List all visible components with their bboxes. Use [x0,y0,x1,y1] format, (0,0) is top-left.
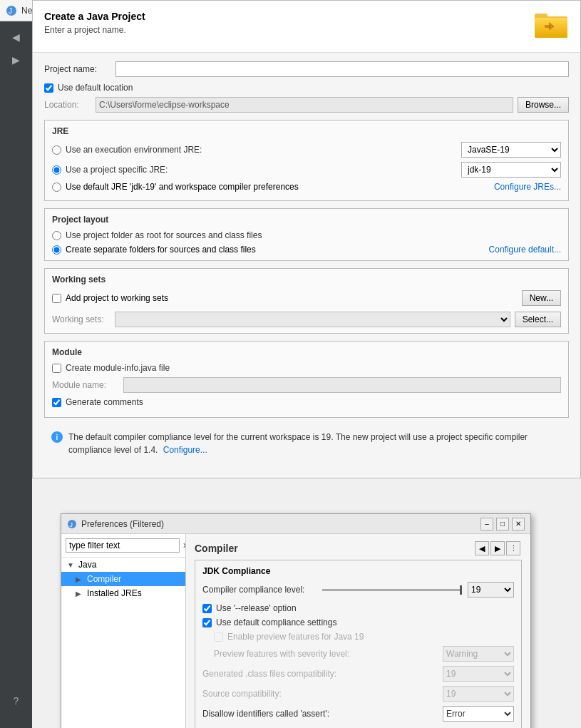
use-release-checkbox[interactable] [202,604,212,613]
sidebar-help-icon[interactable]: ? [6,691,26,711]
use-default-location-label: Use default location [58,83,133,93]
disallow-assert-label: Disallow identifiers called 'assert': [202,709,443,719]
use-default-compliance-label: Use default compliance settings [216,617,336,627]
configure-link[interactable]: Configure... [163,445,207,455]
tree-installed-jres-label: Installed JREs [87,588,142,598]
location-input[interactable] [96,97,513,113]
pref-maximize-button[interactable]: □ [496,518,509,530]
preferences-icon: J [67,519,77,529]
use-default-location-checkbox[interactable] [44,83,53,93]
add-to-working-sets-checkbox[interactable] [52,294,61,303]
tree-item-compiler[interactable]: ▶ Compiler [61,572,185,586]
enable-preview-checkbox[interactable] [214,632,223,642]
pref-more-button[interactable]: ⋮ [506,541,520,555]
use-default-location-row: Use default location [44,83,569,93]
jre-section: JRE Use an execution environment JRE: Ja… [44,120,569,201]
project-name-input[interactable] [115,61,569,77]
separate-folders-label: Create separate folders for sources and … [66,245,256,255]
use-default-compliance-checkbox[interactable] [202,618,212,627]
expand-java-icon: ▼ [67,561,76,569]
execution-env-select-wrapper: JavaSE-19 [461,142,561,158]
preferences-title-bar: J Preferences (Filtered) – □ ✕ [61,514,530,534]
generate-comments-label: Generate comments [66,397,143,407]
new-java-project-dialog: Create a Java Project Enter a project na… [32,0,581,478]
info-box: i The default compiler compliance level … [44,425,569,462]
enable-preview-label: Enable preview features for Java 19 [227,632,364,642]
module-name-input[interactable] [123,377,561,393]
enable-preview-row: Enable preview features for Java 19 [202,632,514,642]
disallow-assert-select[interactable]: Error [443,706,514,722]
default-jre-radio[interactable] [52,183,61,192]
browse-button[interactable]: Browse... [518,97,569,113]
source-compatibility-select[interactable]: 19 [443,686,514,702]
compliance-level-select[interactable]: 19 [468,582,514,598]
tree-item-installed-jres[interactable]: ▶ Installed JREs [61,586,185,600]
root-folder-radio[interactable] [52,231,61,240]
preferences-search-area: ✕ [61,534,185,558]
working-sets-section: Working sets Add project to working sets… [44,268,569,334]
select-working-set-button[interactable]: Select... [515,312,561,327]
dialog-folder-icon [535,11,569,45]
pref-close-button[interactable]: ✕ [512,518,525,530]
sidebar-back-icon[interactable]: ◀ [6,27,26,47]
pref-minimize-button[interactable]: – [480,518,493,530]
info-text: The default compiler compliance level fo… [68,431,562,456]
execution-env-radio[interactable] [52,145,61,155]
working-sets-title: Working sets [52,275,561,284]
module-section-title: Module [52,347,561,357]
project-name-row: Project name: [44,61,569,77]
add-to-working-sets-label: Add project to working sets [66,293,518,303]
module-section: Module Create module-info.java file Modu… [44,341,569,418]
working-sets-label: Working sets: [52,314,115,324]
preview-severity-select[interactable]: Warning [443,646,514,662]
forward-button[interactable]: ▶ [490,541,505,555]
svg-rect-7 [545,25,550,28]
module-name-row: Module name: [52,377,561,393]
project-specific-row: Use a project specific JRE: jdk-19 [52,162,561,178]
source-compatibility-row: Source compatibility: 19 [202,686,514,702]
jdk-compliance-title: JDK Compliance [202,566,514,576]
preview-severity-label: Preview features with severity level: [214,649,443,659]
project-specific-radio[interactable] [52,165,61,175]
execution-env-row: Use an execution environment JRE: JavaSE… [52,142,561,158]
use-default-compliance-row: Use default compliance settings [202,617,514,627]
jre-section-title: JRE [52,126,561,136]
module-name-label: Module name: [52,380,123,390]
separate-folders-radio[interactable] [52,245,61,255]
left-sidebar: ◀ ▶ ? [0,21,32,728]
compiler-section-title: Compiler [195,543,475,554]
execution-env-select[interactable]: JavaSE-19 [461,142,561,158]
working-sets-select[interactable] [115,312,510,327]
project-name-label: Project name: [44,64,115,74]
dialog-subtitle: Enter a project name. [44,25,535,35]
sidebar-forward-icon[interactable]: ▶ [6,50,26,70]
default-jre-label: Use default JRE 'jdk-19' and workspace c… [66,182,299,192]
svg-text:J: J [9,7,12,15]
source-compatibility-label: Source compatibility: [202,689,443,699]
dialog-header-text: Create a Java Project Enter a project na… [44,11,535,35]
create-module-info-label: Create module-info.java file [66,363,170,373]
project-specific-select[interactable]: jdk-19 [461,162,561,178]
preferences-main: Compiler ◀ ▶ ⋮ JDK Compliance Compiler c… [186,534,530,728]
generated-class-files-label: Generated .class files compatibility: [202,669,443,679]
disallow-assert-row: Disallow identifiers called 'assert': Er… [202,706,514,722]
generated-class-files-select[interactable]: 19 [443,666,514,682]
pref-toolbar: Compiler ◀ ▶ ⋮ [195,541,522,555]
back-button[interactable]: ◀ [475,541,489,555]
dialog-title: Create a Java Project [44,11,535,22]
location-row: Location: Browse... [44,97,569,113]
configure-default-link[interactable]: Configure default... [489,245,561,255]
preferences-title: Preferences (Filtered) [81,519,480,529]
new-working-set-button[interactable]: New... [522,290,561,306]
create-module-info-checkbox[interactable] [52,364,61,373]
preferences-window-controls: – □ ✕ [480,518,525,530]
generate-comments-checkbox[interactable] [52,398,61,407]
compliance-slider[interactable] [322,589,462,591]
preferences-search-input[interactable] [66,538,180,553]
compliance-level-row: Compiler compliance level: 19 [202,582,514,598]
preferences-sidebar: ✕ ▼ Java ▶ Compiler ▶ Installed JREs [61,534,186,728]
info-icon: i [51,431,63,443]
tree-java-label: Java [78,560,96,570]
tree-item-java[interactable]: ▼ Java [61,558,185,572]
configure-jres-link[interactable]: Configure JREs... [494,182,561,192]
